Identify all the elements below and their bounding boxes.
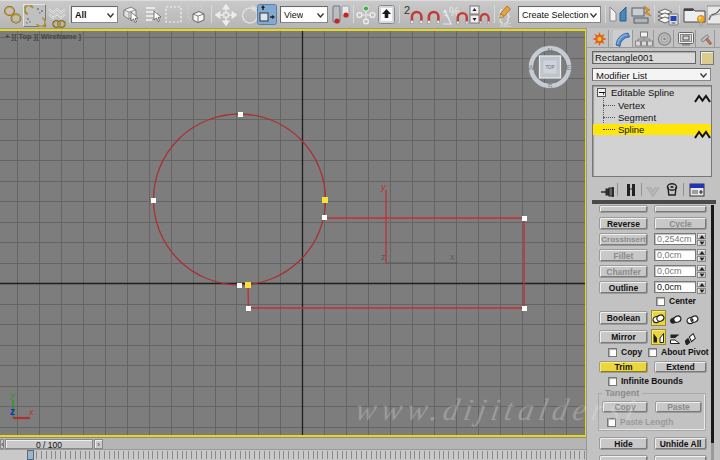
svg-text:ABC: ABC bbox=[500, 22, 511, 28]
svg-text:y: y bbox=[380, 182, 386, 192]
svg-text:2: 2 bbox=[404, 4, 410, 16]
svg-text:TOP: TOP bbox=[545, 65, 554, 70]
svg-text:z: z bbox=[381, 252, 386, 262]
svg-text:S: S bbox=[548, 83, 553, 90]
svg-text:x: x bbox=[28, 407, 34, 417]
svg-text:z: z bbox=[10, 406, 15, 417]
svg-text:y: y bbox=[9, 390, 15, 400]
svg-text:N: N bbox=[547, 47, 552, 54]
svg-text:E: E bbox=[567, 64, 572, 71]
svg-text:x: x bbox=[450, 252, 455, 262]
svg-text:W: W bbox=[528, 64, 535, 71]
